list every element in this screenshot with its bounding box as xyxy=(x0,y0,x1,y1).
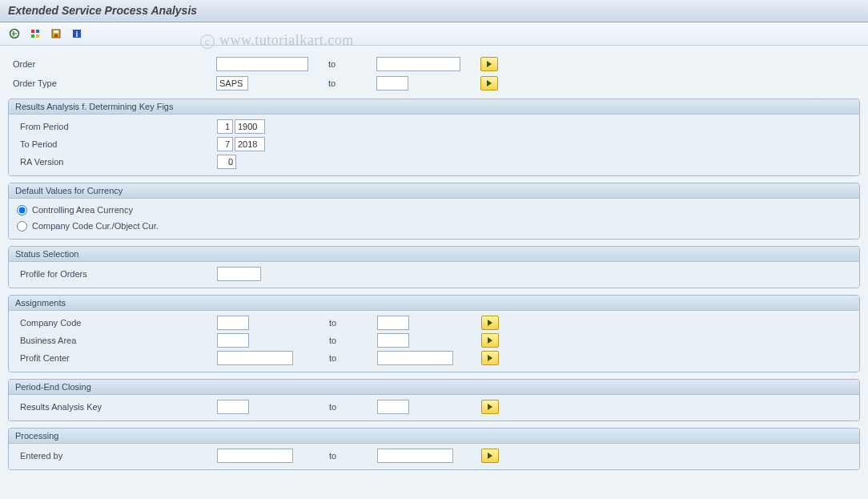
arrow-right-icon xyxy=(488,453,492,459)
svg-rect-1 xyxy=(31,30,34,33)
to-label: to xyxy=(313,353,377,363)
entered-by-multi-select-button[interactable] xyxy=(481,449,499,463)
radio-company-code-input[interactable] xyxy=(17,221,27,231)
profit-center-from-input[interactable] xyxy=(217,351,293,365)
arrow-right-icon xyxy=(488,337,492,344)
info-icon[interactable]: i xyxy=(69,26,85,42)
order-multi-select-button[interactable] xyxy=(480,57,498,71)
group-title: Processing xyxy=(9,429,859,444)
to-label: to xyxy=(313,318,377,328)
arrow-right-icon xyxy=(488,320,492,326)
business-area-from-input[interactable] xyxy=(217,333,249,348)
arrow-right-icon xyxy=(488,404,492,410)
group-status-selection: Status Selection Profile for Orders xyxy=(8,246,860,288)
results-analysis-key-multi-select-button[interactable] xyxy=(481,400,499,414)
group-results-analysis: Results Analysis f. Determining Key Figs… xyxy=(8,99,860,176)
business-area-label: Business Area xyxy=(12,336,217,345)
radio-controlling-area-input[interactable] xyxy=(17,205,27,215)
profile-orders-input[interactable] xyxy=(217,267,261,281)
radio-controlling-area[interactable]: Controlling Area Currency xyxy=(12,202,856,218)
to-period-period-input[interactable] xyxy=(217,137,233,151)
order-type-label: Order Type xyxy=(8,78,216,88)
arrow-right-icon xyxy=(487,80,492,87)
group-title: Results Analysis f. Determining Key Figs xyxy=(9,99,859,115)
from-period-label: From Period xyxy=(12,122,217,131)
from-period-year-input[interactable] xyxy=(235,119,265,134)
company-code-label: Company Code xyxy=(12,318,217,328)
order-label: Order xyxy=(8,59,216,69)
entered-by-label: Entered by xyxy=(12,451,217,461)
group-default-currency: Default Values for Currency Controlling … xyxy=(8,183,860,239)
order-to-input[interactable] xyxy=(376,57,460,71)
to-label: to xyxy=(312,59,376,69)
business-area-multi-select-button[interactable] xyxy=(481,333,499,348)
ra-version-input[interactable] xyxy=(217,155,236,169)
from-period-period-input[interactable] xyxy=(217,119,233,134)
order-type-to-input[interactable] xyxy=(376,76,408,91)
radio-label: Company Code Cur./Object Cur. xyxy=(32,221,159,231)
radio-label: Controlling Area Currency xyxy=(32,205,133,215)
arrow-right-icon xyxy=(488,355,492,361)
svg-rect-4 xyxy=(36,34,39,38)
order-from-input[interactable] xyxy=(216,57,308,71)
company-code-to-input[interactable] xyxy=(377,316,409,330)
results-analysis-key-label: Results Analysis Key xyxy=(12,402,217,412)
profit-center-label: Profit Center xyxy=(12,353,217,363)
group-title: Status Selection xyxy=(9,247,859,262)
svg-rect-2 xyxy=(36,30,39,33)
group-processing: Processing Entered by to xyxy=(8,428,860,470)
results-analysis-key-to-input[interactable] xyxy=(377,400,409,414)
variant-icon[interactable] xyxy=(27,26,43,42)
to-label: to xyxy=(312,78,376,88)
ra-version-label: RA Version xyxy=(12,157,217,167)
row-order: Order to xyxy=(8,55,860,73)
company-code-multi-select-button[interactable] xyxy=(481,316,499,330)
profit-center-multi-select-button[interactable] xyxy=(481,351,499,365)
profile-orders-label: Profile for Orders xyxy=(12,269,217,279)
group-title: Default Values for Currency xyxy=(9,183,859,199)
svg-rect-7 xyxy=(54,34,58,37)
group-assignments: Assignments Company Code to Business Are… xyxy=(8,295,860,372)
execute-icon[interactable] xyxy=(6,26,22,42)
group-title: Assignments xyxy=(9,296,859,311)
to-label: to xyxy=(313,336,377,345)
to-period-year-input[interactable] xyxy=(235,137,265,151)
svg-text:i: i xyxy=(76,30,78,38)
results-analysis-key-from-input[interactable] xyxy=(217,400,249,414)
business-area-to-input[interactable] xyxy=(377,333,409,348)
row-order-type: Order Type to xyxy=(8,74,860,92)
to-label: to xyxy=(313,402,377,412)
entered-by-to-input[interactable] xyxy=(377,449,453,463)
page-title: Extended Service Process Analysis xyxy=(0,0,868,22)
svg-rect-3 xyxy=(31,34,34,38)
company-code-from-input[interactable] xyxy=(217,316,249,330)
group-period-end-closing: Period-End Closing Results Analysis Key … xyxy=(8,379,860,421)
group-title: Period-End Closing xyxy=(9,380,859,395)
svg-rect-6 xyxy=(54,30,58,33)
profit-center-to-input[interactable] xyxy=(377,351,453,365)
order-type-multi-select-button[interactable] xyxy=(480,76,498,91)
entered-by-from-input[interactable] xyxy=(217,449,293,463)
to-label: to xyxy=(313,451,377,461)
save-icon[interactable] xyxy=(48,26,64,42)
order-type-from-input[interactable] xyxy=(216,76,248,91)
arrow-right-icon xyxy=(487,61,492,67)
to-period-label: To Period xyxy=(12,139,217,149)
radio-company-code[interactable]: Company Code Cur./Object Cur. xyxy=(12,218,856,234)
content-area: Order to Order Type to Results Analysis … xyxy=(0,46,868,499)
toolbar: i xyxy=(0,22,868,46)
